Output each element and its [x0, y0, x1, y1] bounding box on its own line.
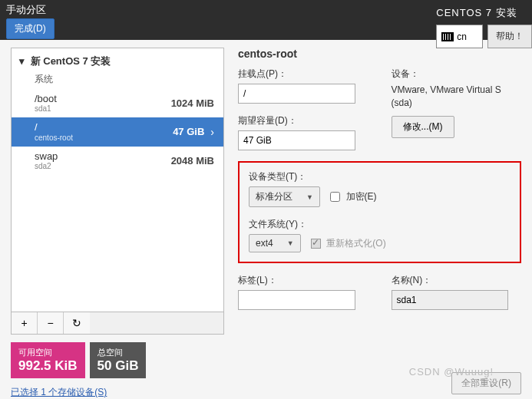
available-space-value: 992.5 KiB	[18, 358, 78, 374]
reload-button[interactable]: ↻	[64, 312, 90, 334]
tree-root[interactable]: ▾ 新 CentOS 7 安装	[12, 48, 223, 71]
partition-mount: /	[35, 122, 73, 133]
name-field-label: 名称(N)：	[392, 274, 522, 287]
done-button[interactable]: 完成(D)	[6, 18, 55, 39]
expand-icon: ▾	[19, 55, 25, 67]
encrypt-checkbox[interactable]	[330, 192, 340, 202]
desired-capacity-input[interactable]	[238, 130, 355, 150]
available-space-label: 可用空间	[18, 347, 78, 358]
partition-mount: /boot	[35, 94, 57, 104]
desired-capacity-label: 期望容量(D)：	[238, 114, 368, 127]
device-label: 设备：	[392, 68, 522, 81]
reformat-label: 重新格式化(O)	[326, 238, 385, 249]
total-space-box: 总空间 50 GiB	[90, 342, 147, 378]
installer-title: CENTOS 7 安装	[436, 6, 524, 20]
partition-mount: swap	[35, 151, 58, 162]
tree-root-label: 新 CentOS 7 安装	[31, 55, 111, 67]
device-type-select[interactable]: 标准分区	[249, 186, 320, 207]
partition-device: centos-root	[35, 134, 73, 142]
partition-toolbar: + − ↻	[11, 312, 224, 335]
partition-item-boot[interactable]: /boot sda1 1024 MiB	[12, 89, 223, 117]
chevron-right-icon: ›	[210, 126, 214, 138]
total-space-label: 总空间	[97, 347, 139, 358]
mount-point-label: 挂载点(P)：	[238, 68, 368, 81]
page-title: 手动分区	[6, 3, 55, 17]
label-input[interactable]	[238, 290, 355, 310]
available-space-box: 可用空间 992.5 KiB	[11, 342, 85, 378]
add-button[interactable]: +	[12, 312, 38, 334]
partition-size: 47 GiB	[173, 126, 204, 137]
remove-button[interactable]: −	[38, 312, 64, 334]
filesystem-label: 文件系统(Y)：	[249, 218, 511, 231]
system-group-label: 系统	[12, 71, 223, 89]
partition-item-swap[interactable]: swap sda2 2048 MiB	[12, 147, 223, 175]
mount-point-input[interactable]	[238, 84, 355, 104]
device-type-label: 设备类型(T)：	[249, 170, 511, 183]
highlighted-section: 设备类型(T)： 标准分区 加密(E) 文件系统(Y)： ext4 重新格式化(…	[238, 161, 521, 263]
name-input	[392, 290, 509, 310]
total-space-value: 50 GiB	[97, 358, 139, 374]
detail-title: centos-root	[238, 48, 521, 60]
label-field-label: 标签(L)：	[238, 274, 368, 287]
partition-device: sda1	[35, 104, 57, 113]
device-text: VMware, VMware Virtual S (sda)	[392, 84, 522, 110]
modify-button[interactable]: 修改...(M)	[392, 116, 454, 138]
partition-item-root[interactable]: / centos-root 47 GiB ›	[12, 117, 223, 146]
partition-device: sda2	[35, 162, 58, 170]
storage-devices-link[interactable]: 已选择 1 个存储设备(S)	[11, 386, 224, 399]
filesystem-select[interactable]: ext4	[249, 234, 301, 252]
partition-size: 2048 MiB	[171, 155, 214, 167]
partition-tree: ▾ 新 CentOS 7 安装 系统 /boot sda1 1024 MiB /…	[11, 48, 224, 312]
reset-all-button[interactable]: 全部重设(R)	[451, 372, 521, 394]
reformat-checkbox	[311, 239, 321, 249]
partition-size: 1024 MiB	[171, 97, 214, 109]
encrypt-label: 加密(E)	[346, 191, 377, 202]
